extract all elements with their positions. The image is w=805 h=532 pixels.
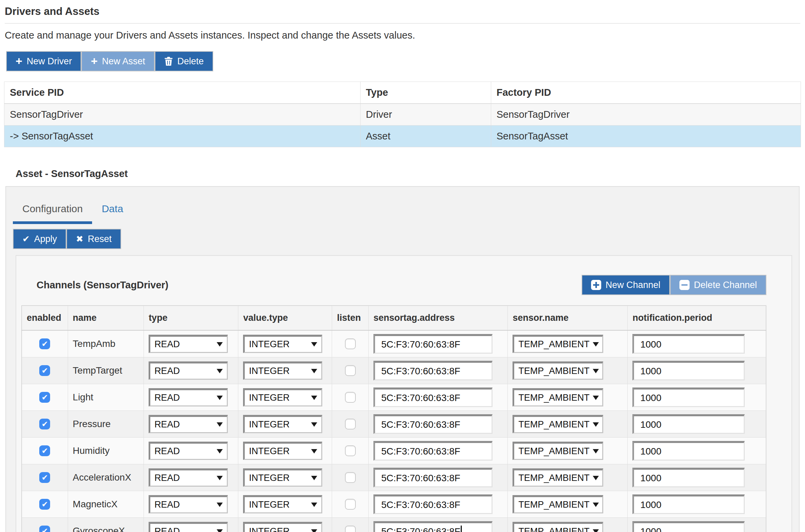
sensor-name-select[interactable]: TEMP_AMBIENT xyxy=(512,361,603,380)
notification-period-input[interactable]: 1000 xyxy=(632,387,745,407)
listen-checkbox[interactable] xyxy=(345,445,356,456)
delete-channel-label: Delete Channel xyxy=(694,281,757,290)
sensortag-address-input[interactable]: 5C:F3:70:60:63:8F xyxy=(373,334,492,354)
value-type-select[interactable]: INTEGER xyxy=(243,468,322,487)
enabled-checkbox[interactable]: ✔ xyxy=(39,445,50,456)
column-header-sensortag-address: sensortag.address xyxy=(369,306,508,330)
chevron-down-icon xyxy=(217,342,223,346)
chevron-down-icon xyxy=(311,502,317,507)
new-driver-label: New Driver xyxy=(27,57,72,66)
notification-period-input[interactable]: 1000 xyxy=(632,334,745,354)
instance-row-driver[interactable]: SensorTagDriver Driver SensorTagDriver xyxy=(4,103,801,126)
instances-table: Service PID Type Factory PID SensorTagDr… xyxy=(4,81,801,147)
notification-period-input[interactable]: 1000 xyxy=(632,494,745,514)
value-type-select[interactable]: INTEGER xyxy=(243,388,322,406)
listen-checkbox[interactable] xyxy=(345,365,356,376)
value-type-select[interactable]: INTEGER xyxy=(243,522,322,532)
check-icon: ✔ xyxy=(42,367,48,375)
type-select[interactable]: READ xyxy=(149,361,228,380)
notification-period-input[interactable]: 1000 xyxy=(632,414,745,434)
type-select[interactable]: READ xyxy=(149,468,228,487)
chevron-down-icon xyxy=(311,422,317,427)
chevron-down-icon xyxy=(217,529,223,532)
sensortag-address-input[interactable]: 5C:F3:70:60:63:8F xyxy=(373,494,492,514)
listen-checkbox[interactable] xyxy=(345,472,356,483)
text-caret xyxy=(461,526,462,532)
enabled-checkbox[interactable]: ✔ xyxy=(39,472,50,483)
sensortag-address-input[interactable]: 5C:F3:70:60:63:8F xyxy=(373,468,492,487)
reset-label: Reset xyxy=(88,234,112,244)
enabled-checkbox[interactable]: ✔ xyxy=(39,365,50,376)
instance-row-asset-selected[interactable]: -> SensorTagAsset Asset SensorTagAsset xyxy=(4,126,801,147)
type-select[interactable]: READ xyxy=(149,442,228,460)
column-header-service-pid: Service PID xyxy=(4,82,360,104)
sensortag-address-input[interactable]: 5C:F3:70:60:63:8F xyxy=(373,361,492,380)
check-icon: ✔ xyxy=(42,474,48,481)
asset-tabs: Configuration Data xyxy=(13,199,799,224)
channel-row: ✔ MagneticX READ INTEGER 5C:F3:70:60:63:… xyxy=(22,491,766,518)
tab-configuration[interactable]: Configuration xyxy=(13,199,92,224)
service-pid-cell: -> SensorTagAsset xyxy=(4,126,360,147)
chevron-down-icon xyxy=(593,476,599,480)
sensor-name-select[interactable]: TEMP_AMBIENT xyxy=(512,442,603,460)
chevron-down-icon xyxy=(593,342,599,346)
sensor-name-select[interactable]: TEMP_AMBIENT xyxy=(512,468,603,487)
type-select[interactable]: READ xyxy=(149,335,228,353)
check-icon: ✔ xyxy=(42,447,48,455)
value-type-select[interactable]: INTEGER xyxy=(243,361,322,380)
page-title: Drivers and Assets xyxy=(5,5,800,18)
reset-button[interactable]: ✖ Reset xyxy=(67,229,121,249)
value-type-select[interactable]: INTEGER xyxy=(243,442,322,460)
column-header-value-type: value.type xyxy=(238,306,332,330)
listen-checkbox[interactable] xyxy=(345,419,356,430)
apply-button[interactable]: ✔ Apply xyxy=(13,229,67,249)
chevron-down-icon xyxy=(311,342,317,346)
channel-row: ✔ Light READ INTEGER 5C:F3:70:60:63:8F xyxy=(22,384,766,411)
sensor-name-select[interactable]: TEMP_AMBIENT xyxy=(512,388,603,406)
sensortag-address-input[interactable]: 5C:F3:70:60:63:8F xyxy=(373,441,492,461)
enabled-checkbox[interactable]: ✔ xyxy=(39,499,50,510)
sensortag-address-input[interactable]: 5C:F3:70:60:63:8F xyxy=(373,414,492,434)
sensor-name-select[interactable]: TEMP_AMBIENT xyxy=(512,335,603,353)
value-type-select[interactable]: INTEGER xyxy=(243,335,322,353)
column-header-name: name xyxy=(68,306,144,330)
channels-section: Channels (SensorTagDriver) New Channel D… xyxy=(16,255,792,532)
type-select[interactable]: READ xyxy=(149,522,228,532)
delete-button[interactable]: Delete xyxy=(155,51,213,71)
new-driver-button[interactable]: + New Driver xyxy=(6,51,81,71)
listen-checkbox[interactable] xyxy=(345,392,356,403)
type-select[interactable]: READ xyxy=(149,415,228,433)
sensor-name-select[interactable]: TEMP_AMBIENT xyxy=(512,522,603,532)
notification-period-input[interactable]: 1000 xyxy=(632,468,745,487)
channel-row: ✔ TempTarget READ INTEGER 5C:F3:70:60:63… xyxy=(22,357,766,384)
enabled-checkbox[interactable]: ✔ xyxy=(39,392,50,403)
type-select[interactable]: READ xyxy=(149,495,228,513)
new-channel-button[interactable]: New Channel xyxy=(582,275,670,295)
notification-period-input[interactable]: 1000 xyxy=(632,441,745,461)
delete-channel-button[interactable]: Delete Channel xyxy=(670,275,766,295)
notification-period-input[interactable]: 1000 xyxy=(632,521,745,532)
sensor-name-select[interactable]: TEMP_AMBIENT xyxy=(512,495,603,513)
sensortag-address-input[interactable]: 5C:F3:70:60:63:8F xyxy=(373,387,492,407)
notification-period-input[interactable]: 1000 xyxy=(632,361,745,380)
plus-icon: + xyxy=(16,55,22,66)
channel-row: ✔ TempAmb READ INTEGER 5C:F3:70:60:63:8F xyxy=(22,330,766,357)
channel-name-cell: TempAmb xyxy=(68,330,144,357)
sensortag-address-input[interactable]: 5C:F3:70:60:63:8F xyxy=(373,521,492,532)
value-type-select[interactable]: INTEGER xyxy=(243,495,322,513)
chevron-down-icon xyxy=(311,529,317,532)
enabled-checkbox[interactable]: ✔ xyxy=(39,526,50,532)
enabled-checkbox[interactable]: ✔ xyxy=(39,338,50,349)
listen-checkbox[interactable] xyxy=(345,499,356,510)
listen-checkbox[interactable] xyxy=(345,526,356,532)
listen-checkbox[interactable] xyxy=(345,338,356,349)
column-header-sensor-name: sensor.name xyxy=(508,306,628,330)
enabled-checkbox[interactable]: ✔ xyxy=(39,419,50,430)
new-asset-button[interactable]: + New Asset xyxy=(81,51,154,71)
type-cell: Driver xyxy=(360,103,491,126)
value-type-select[interactable]: INTEGER xyxy=(243,415,322,433)
sensor-name-select[interactable]: TEMP_AMBIENT xyxy=(512,415,603,433)
type-select[interactable]: READ xyxy=(149,388,228,406)
tab-data[interactable]: Data xyxy=(92,199,132,224)
chevron-down-icon xyxy=(311,396,317,400)
